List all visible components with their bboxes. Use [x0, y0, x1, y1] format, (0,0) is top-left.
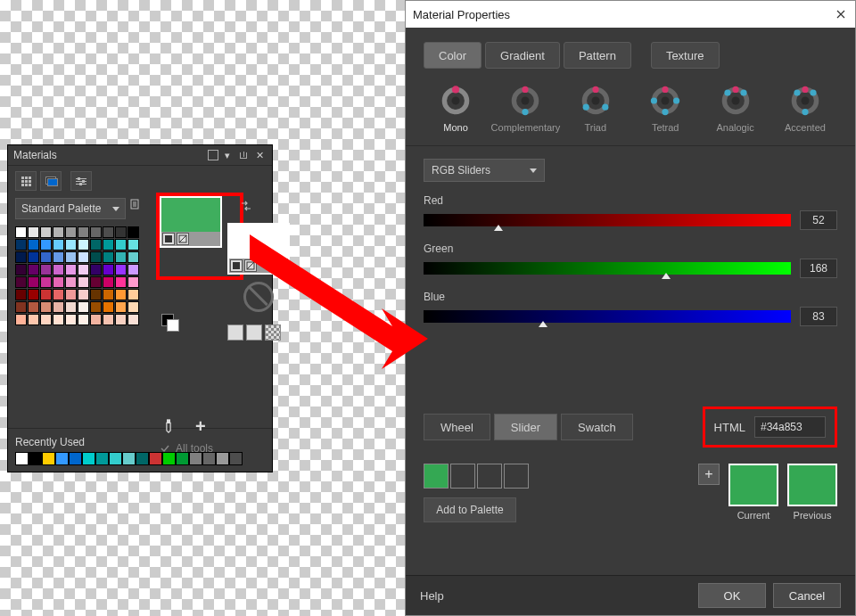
recent-swatch[interactable]	[42, 452, 55, 465]
palette-swatch[interactable]	[53, 239, 64, 251]
palette-swatch[interactable]	[15, 276, 27, 288]
recent-swatch[interactable]	[216, 452, 229, 465]
recently-used-swatches[interactable]	[15, 452, 265, 465]
blue-value-input[interactable]: 83	[800, 307, 837, 326]
palette-swatch[interactable]	[103, 289, 114, 300]
palette-swatch[interactable]	[28, 264, 39, 275]
swatch-style-solid-icon[interactable]	[230, 259, 243, 272]
close-icon[interactable]: ✕	[252, 148, 267, 162]
palette-swatch[interactable]	[128, 239, 139, 251]
palette-swatch[interactable]	[40, 264, 52, 275]
palette-swatch[interactable]	[78, 226, 89, 238]
palette-swatch[interactable]	[15, 314, 27, 325]
palette-swatch[interactable]	[90, 251, 102, 263]
palette-swatch[interactable]	[65, 251, 77, 263]
window-menu-icon[interactable]: ▾	[220, 148, 235, 162]
palette-swatch[interactable]	[115, 264, 127, 275]
palette-swatch[interactable]	[53, 264, 64, 275]
texture-slot-3[interactable]	[265, 324, 281, 341]
help-link[interactable]: Help	[420, 589, 444, 603]
blue-slider[interactable]	[424, 310, 791, 323]
palette-swatch[interactable]	[78, 264, 89, 275]
palette-swatch[interactable]	[65, 301, 77, 313]
palette-swatch[interactable]	[128, 276, 139, 288]
palette-swatch[interactable]	[128, 251, 139, 263]
palette-swatch[interactable]	[103, 314, 114, 325]
palette-swatch[interactable]	[78, 251, 89, 263]
pin-icon[interactable]	[236, 148, 251, 162]
harmony-analogic[interactable]: Analogic	[704, 85, 768, 133]
palette-swatch[interactable]	[90, 226, 102, 238]
palette-swatch[interactable]	[103, 251, 114, 263]
dialog-titlebar[interactable]: Material Properties	[406, 1, 855, 28]
palette-swatch[interactable]	[28, 251, 39, 263]
palette-swatch[interactable]	[90, 301, 102, 313]
palette-swatch[interactable]	[40, 301, 52, 313]
reset-bw-icon[interactable]	[161, 314, 177, 330]
palette-swatch[interactable]	[115, 239, 127, 251]
slider-mode-dropdown[interactable]: RGB Sliders	[424, 159, 545, 182]
palette-swatch[interactable]	[115, 314, 127, 325]
palette-swatch[interactable]	[78, 314, 89, 325]
palette-swatch[interactable]	[115, 251, 127, 263]
red-slider[interactable]	[424, 214, 791, 226]
palette-swatch[interactable]	[53, 301, 64, 313]
palette-swatch[interactable]	[128, 264, 139, 275]
palette-swatch[interactable]	[65, 264, 77, 275]
green-slider-thumb[interactable]	[662, 273, 671, 279]
palette-swatch[interactable]	[78, 301, 89, 313]
palette-swatch[interactable]	[115, 301, 127, 313]
green-value-input[interactable]: 168	[800, 259, 837, 278]
palette-swatch[interactable]	[103, 301, 114, 313]
palette-slot[interactable]	[450, 464, 475, 489]
previous-color-swatch[interactable]	[787, 464, 837, 506]
palette-swatch[interactable]	[53, 251, 64, 263]
palette-swatch-grid[interactable]	[15, 226, 147, 325]
palette-swatch[interactable]	[28, 276, 39, 288]
recent-swatch[interactable]	[122, 452, 136, 465]
html-value-input[interactable]: #34a853	[754, 416, 826, 438]
swatch-style-pattern-icon[interactable]	[177, 233, 189, 245]
palette-swatch[interactable]	[78, 239, 89, 251]
swap-colors-icon[interactable]	[240, 200, 252, 212]
swatch-style-pattern-icon[interactable]	[244, 259, 257, 272]
palette-swatch[interactable]	[115, 289, 127, 300]
palette-swatch[interactable]	[40, 239, 52, 251]
harmony-mono[interactable]: Mono	[424, 85, 488, 133]
view-swatches-button[interactable]	[15, 171, 37, 191]
background-material-swatch[interactable]	[227, 223, 290, 275]
palette-swatch[interactable]	[128, 301, 139, 313]
palette-swatch[interactable]	[53, 289, 64, 300]
check-icon[interactable]	[160, 443, 170, 454]
palette-swatch[interactable]	[65, 239, 77, 251]
recent-swatch[interactable]	[15, 452, 29, 465]
palette-slot[interactable]	[504, 464, 529, 489]
view-slider-button[interactable]: Slider	[494, 414, 557, 440]
palette-swatch[interactable]	[28, 289, 39, 300]
palette-swatch[interactable]	[78, 276, 89, 288]
palette-swatch[interactable]	[40, 314, 52, 325]
recent-swatch[interactable]	[95, 452, 109, 465]
palette-swatch[interactable]	[128, 314, 139, 325]
harmony-complementary[interactable]: Complementary	[493, 85, 557, 133]
harmony-triad[interactable]: Triad	[564, 85, 628, 133]
palette-swatch[interactable]	[28, 314, 39, 325]
tab-texture[interactable]: Texture	[651, 42, 720, 69]
view-sliders-button[interactable]	[70, 171, 92, 191]
palette-swatch[interactable]	[65, 276, 77, 288]
palette-swatch[interactable]	[103, 264, 114, 275]
tab-pattern[interactable]: Pattern	[564, 42, 631, 69]
palette-swatch[interactable]	[53, 226, 64, 238]
palette-swatch[interactable]	[65, 289, 77, 300]
palette-swatch[interactable]	[15, 264, 27, 275]
recent-swatch[interactable]	[82, 452, 95, 465]
palette-swatch[interactable]	[90, 264, 102, 275]
palette-swatch[interactable]	[28, 301, 39, 313]
current-color-swatch[interactable]	[728, 464, 778, 506]
palette-swatch[interactable]	[15, 289, 27, 300]
palette-swatch[interactable]	[15, 251, 27, 263]
palette-dropdown[interactable]: Standard Palette	[15, 198, 126, 219]
ok-button[interactable]: OK	[698, 583, 766, 608]
palette-swatch[interactable]	[65, 314, 77, 325]
harmony-accented[interactable]: Accented	[773, 85, 837, 133]
